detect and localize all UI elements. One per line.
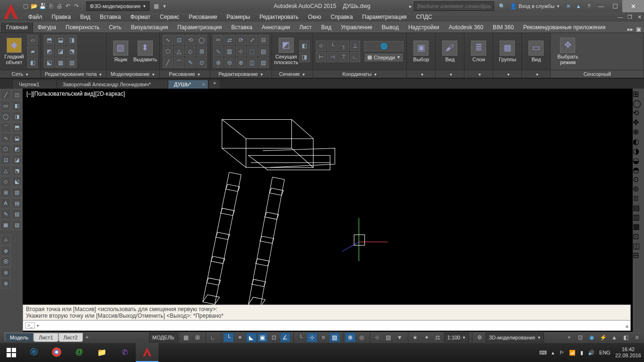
dr-2[interactable]: ⊡ <box>174 35 184 45</box>
rt-10[interactable]: ⊙ <box>633 175 644 184</box>
md-12[interactable]: ⊖ <box>224 58 235 68</box>
vs-toggle[interactable]: ▧ <box>383 333 394 342</box>
ws-gear-icon[interactable]: ⚙ <box>474 333 485 342</box>
menu-insert[interactable]: Вставка <box>95 13 126 21</box>
ribbon-tab-output[interactable]: Вывод <box>377 22 404 33</box>
lt1-9[interactable]: ◇ <box>0 176 11 187</box>
panel-title[interactable]: ▼ <box>522 70 550 78</box>
md-1[interactable]: ✂ <box>213 35 223 45</box>
doc-tab-2[interactable]: Заворотний Александр Леонидович* <box>57 80 168 89</box>
layout-tab-model[interactable]: Модель <box>5 333 33 342</box>
dr-10[interactable]: ⌒ <box>174 58 184 68</box>
co-world[interactable]: 🌐 <box>364 41 404 51</box>
doc-tab-3[interactable]: ДУШЬ*× <box>168 80 208 89</box>
window-close-button[interactable]: ✕ <box>622 0 644 12</box>
mesh-tool-2[interactable]: ▰ <box>27 46 38 57</box>
model-space-button[interactable]: МОДЕЛЬ <box>149 333 178 342</box>
ribbon-scroll-icon[interactable]: ▸▸ <box>627 26 633 33</box>
md-3[interactable]: ⟳ <box>236 35 246 45</box>
doc-tab-1[interactable]: Чертеж1 <box>13 80 57 89</box>
dyn-toggle[interactable]: ⊹ <box>307 333 317 342</box>
lt2-12[interactable]: ▨ <box>12 209 22 219</box>
section-plane-button[interactable]: ◩Секущая плоскость <box>275 34 297 69</box>
lt2-11[interactable]: ▤ <box>12 198 22 208</box>
view2-button[interactable]: ▭Вид <box>525 34 547 69</box>
qprops-toggle[interactable]: ◉ <box>586 333 597 342</box>
menu-edit[interactable]: Правка <box>47 13 76 21</box>
doc-restore-button[interactable]: ❐ <box>625 14 635 20</box>
new-doc-tab-button[interactable]: + <box>209 80 220 89</box>
ribbon-tab-a360[interactable]: Autodesk 360 <box>444 22 488 33</box>
panel-title[interactable]: Моделирование▼ <box>107 70 159 78</box>
lt1-3[interactable]: ◯ <box>0 111 11 122</box>
infocenter-icon[interactable]: 🔍 <box>497 3 507 9</box>
lt1-17[interactable]: ⊛ <box>0 267 11 278</box>
md-5[interactable]: ⊟ <box>258 35 269 45</box>
ribbon-tab-insert[interactable]: Вставка <box>227 22 257 33</box>
menu-dimension[interactable]: Размеры <box>222 13 255 21</box>
sc-toggle[interactable]: ◎ <box>356 333 367 342</box>
3dosnap-toggle[interactable]: ⊡ <box>269 333 279 342</box>
command-input[interactable] <box>41 322 624 329</box>
lt1-7[interactable]: ⊡ <box>0 155 11 165</box>
add-layout-button[interactable]: + <box>83 333 91 341</box>
lt2-3[interactable]: ◨ <box>12 111 22 122</box>
sec-1[interactable]: ◧ <box>299 41 310 51</box>
lt1-5[interactable]: ∿ <box>0 133 11 143</box>
co-6[interactable]: ⊣ <box>327 52 338 62</box>
touch-mode-button[interactable]: ✥Выбрать режим <box>553 34 582 69</box>
lt2-4[interactable]: ⬒ <box>12 122 22 132</box>
new-icon[interactable]: ▢ <box>22 2 29 10</box>
saveas-icon[interactable]: ⎘ <box>47 2 55 10</box>
show-hidden-icon[interactable]: ▴ <box>552 350 554 356</box>
lt1-15[interactable]: ⊕ <box>0 246 11 256</box>
co-5[interactable]: ⊢ <box>316 52 326 62</box>
doc-close-button[interactable]: ✕ <box>635 14 644 20</box>
co-1[interactable]: ⊹ <box>316 41 326 51</box>
dr-4[interactable]: ◯ <box>197 35 207 45</box>
qp-toggle[interactable]: ⊕ <box>345 333 355 342</box>
rt-14[interactable]: ▥ <box>633 213 644 222</box>
snap-toggle[interactable]: ⊞ <box>192 333 203 342</box>
sign-in-button[interactable]: 👤 Вход в службы ▼ <box>507 3 563 9</box>
app-logo[interactable] <box>2 3 20 21</box>
volume-icon[interactable]: 🔊 <box>588 350 594 356</box>
panel-title[interactable]: ▼ <box>464 70 493 78</box>
ribbon-tab-visualize[interactable]: Визуализация <box>126 22 173 33</box>
drawing-canvas[interactable] <box>23 89 633 333</box>
dr-5[interactable]: ⬡ <box>163 46 173 57</box>
rt-7[interactable]: ◑ <box>633 147 644 156</box>
co-4[interactable]: ⊥ <box>350 41 360 51</box>
co-8[interactable]: ∟ <box>350 52 360 62</box>
menu-format[interactable]: Формат <box>125 13 155 21</box>
rt-16[interactable]: ⊡ <box>633 232 644 241</box>
lt2-8[interactable]: ⬔ <box>12 165 22 176</box>
ribbon-collapse-icon[interactable]: ▣ <box>636 26 641 33</box>
undo-icon[interactable]: ↶ <box>64 2 72 10</box>
ribbon-tab-surface[interactable]: Поверхность <box>61 22 104 33</box>
anno-scale-toggle[interactable]: ⚖ <box>433 333 443 342</box>
md-9[interactable]: ⬚ <box>247 46 257 57</box>
drawing-viewport[interactable]: [–][Пользовательский вид][2D-каркас] <box>23 89 633 333</box>
md-14[interactable]: ◫ <box>247 58 257 68</box>
units-toggle[interactable]: ⊡ <box>575 333 586 342</box>
ribbon-tab-home[interactable]: Главная <box>1 22 33 33</box>
lt1-1[interactable]: ╱ <box>0 90 11 100</box>
md-11[interactable]: ⊕ <box>213 58 223 68</box>
ribbon-tab-addins[interactable]: Надстройки <box>404 22 444 33</box>
rt-1[interactable]: ⊞ <box>633 90 644 99</box>
md-2[interactable]: ⇄ <box>224 35 235 45</box>
ribbon-tab-manage[interactable]: Управление <box>336 22 377 33</box>
network-icon[interactable]: 📶 <box>569 350 576 356</box>
open-icon[interactable]: 📂 <box>30 2 38 10</box>
co-3[interactable]: ┐ <box>339 41 349 51</box>
lt1-18[interactable]: ⊗ <box>0 278 11 288</box>
md-7[interactable]: ▥ <box>224 46 235 57</box>
se-8[interactable]: ▦ <box>55 58 66 68</box>
language-indicator[interactable]: ENG <box>599 350 611 355</box>
lt1-14[interactable]: ⊹ <box>0 235 11 245</box>
annotation-scale[interactable]: 1:100 ▼ <box>444 333 469 342</box>
se-1[interactable]: ⬒ <box>44 35 54 45</box>
ducs-toggle[interactable]: └ <box>296 333 306 342</box>
md-15[interactable]: ▨ <box>258 58 269 68</box>
